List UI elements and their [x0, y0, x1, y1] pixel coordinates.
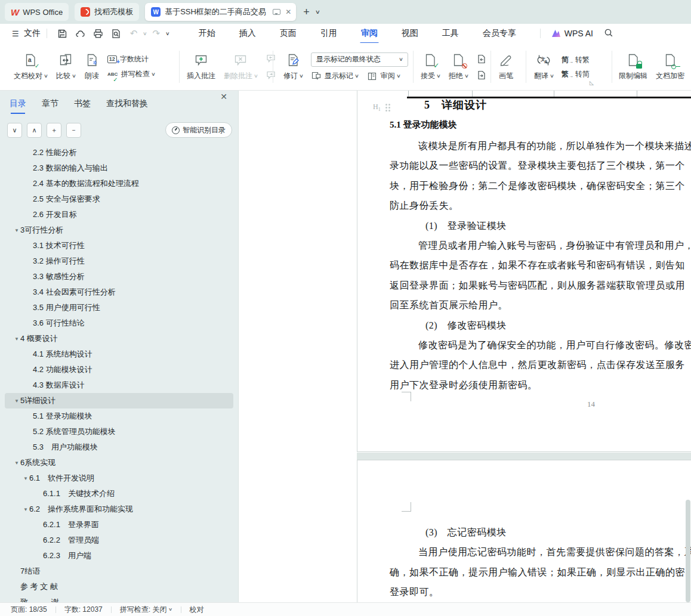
window-tab[interactable]: WWPS Office	[5, 3, 69, 21]
window-tab[interactable]: 找稻壳模板	[75, 3, 139, 21]
heading-level-badge[interactable]: H1	[373, 103, 390, 112]
collapse-triangle-icon[interactable]: ▼	[14, 398, 20, 404]
menu-tab-视图[interactable]: 视图	[400, 26, 419, 41]
document-page-15[interactable]: (3) 忘记密码模块当用户使用忘记密码功能时，首先需要提供密保问题的答案，系确，…	[357, 460, 691, 602]
toc-item[interactable]: 3.3 敏感性分析	[5, 269, 233, 284]
menu-tab-会员专享[interactable]: 会员专享	[482, 26, 517, 41]
drag-handle-icon[interactable]	[385, 104, 390, 112]
sidebar-tab-目录[interactable]: 目录	[10, 98, 26, 113]
sidebar-tab-查找和替换[interactable]: 查找和替换	[106, 98, 148, 113]
review-pane-button[interactable]: 审阅∨	[367, 71, 400, 82]
insert-comment-button[interactable]: 插入批注	[183, 52, 220, 82]
document-page-14[interactable]: H1 5 详细设计 5.1 登录功能模块 该模块是所有用户都具有的功能，所以单独…	[357, 91, 691, 452]
toc-item[interactable]: 2.3 数据的输入与输出	[5, 160, 233, 176]
toc-item[interactable]: 2.6 开发目标	[5, 207, 233, 222]
print-icon[interactable]	[90, 27, 106, 40]
translate-button[interactable]: 文A 翻译∨	[530, 52, 558, 82]
toc-expand-button[interactable]: ∨	[7, 123, 22, 138]
markup-state-select[interactable]: 显示标记的最终状态∨	[311, 52, 408, 67]
toc-zoom-in-button[interactable]: ＋	[47, 123, 61, 138]
show-markup-button[interactable]: 显示标记∨	[311, 71, 359, 82]
smart-toc-button[interactable]: 智能识别目录	[165, 122, 232, 138]
read-aloud-button[interactable]: 朗读	[80, 52, 104, 82]
reject-change-button[interactable]: 拒绝∨	[445, 52, 473, 82]
search-icon[interactable]	[604, 28, 613, 39]
print-preview-icon[interactable]	[108, 27, 124, 40]
menu-tab-页面[interactable]: 页面	[279, 26, 298, 41]
next-change-icon[interactable]	[476, 70, 487, 81]
toc-item[interactable]: ▼3可行性分析	[5, 222, 233, 238]
tab-close-icon[interactable]: ✕	[285, 8, 291, 16]
status-proofing[interactable]: 校对	[190, 605, 204, 615]
toc-item[interactable]: 4.2 功能模块设计	[5, 362, 233, 377]
toc-item[interactable]: ▼6.2 操作系统界面和功能实现	[5, 502, 233, 517]
toc-item[interactable]: 2.5 安全与保密要求	[5, 191, 233, 207]
toc-item[interactable]: 6.2.1 登录界面	[5, 517, 233, 533]
document-more-button[interactable]: 文档	[689, 52, 691, 82]
redo-dropdown-icon[interactable]: ∨	[165, 31, 170, 36]
undo-dropdown-icon[interactable]: ∨	[143, 31, 147, 36]
export-pdf-icon[interactable]	[72, 27, 88, 40]
sidebar-tab-书签[interactable]: 书签	[74, 98, 91, 113]
save-icon[interactable]	[54, 27, 70, 40]
toc-item[interactable]: 5.1 登录功能模块	[5, 408, 233, 424]
collapse-triangle-icon[interactable]: ▼	[14, 336, 20, 342]
toc-item[interactable]: 5.2 系统管理员功能模块	[5, 424, 233, 439]
collapse-triangle-icon[interactable]: ▼	[14, 460, 20, 466]
menu-tab-工具[interactable]: 工具	[441, 26, 460, 41]
group-expander-icon[interactable]: ◺	[590, 80, 594, 86]
toc-item[interactable]: 3.2 操作可行性	[5, 253, 233, 269]
compare-button[interactable]: 比较∨	[52, 52, 80, 82]
toc-item[interactable]: 3.4 社会因素可行性分析	[5, 284, 233, 300]
next-comment-icon[interactable]	[266, 70, 276, 81]
collapse-triangle-icon[interactable]: ▼	[23, 507, 29, 512]
toc-item[interactable]: ▼5详细设计	[5, 393, 233, 408]
tab-comment-icon[interactable]	[273, 9, 280, 15]
new-tab-button[interactable]: +	[303, 6, 310, 18]
toc-item[interactable]: 4.1 系统结构设计	[5, 346, 233, 362]
toc-item[interactable]: 6.2.2 管理员端	[5, 533, 233, 548]
accept-change-button[interactable]: ✓ 接受∨	[417, 52, 445, 82]
toc-item[interactable]: 2.2 性能分析	[5, 148, 233, 160]
previous-comment-icon[interactable]	[266, 53, 276, 64]
status-page-indicator[interactable]: 页面: 18/35	[11, 605, 47, 615]
toc-item[interactable]: 6.2.3 用户端	[5, 548, 233, 564]
toc-item[interactable]: 3.5 用户使用可行性	[5, 300, 233, 315]
doc-proof-button[interactable]: a ✓ 文档校对∨	[10, 52, 52, 82]
menu-tab-引用[interactable]: 引用	[319, 26, 338, 41]
toc-item[interactable]: ▼6系统实现	[5, 455, 233, 470]
toc-item[interactable]: 致 谢	[5, 595, 233, 602]
toc-item[interactable]: 7结语	[5, 564, 233, 579]
undo-icon[interactable]: ↶	[126, 27, 141, 40]
toc-item[interactable]: ▼4 概要设计	[5, 331, 233, 346]
pen-button[interactable]: 画笔	[494, 52, 518, 82]
collapse-triangle-icon[interactable]: ▼	[23, 476, 29, 481]
toc-item[interactable]: ▼6.1 软件开发说明	[5, 470, 233, 486]
window-tab[interactable]: W基于SSH框架的二手商品交易管✕	[145, 3, 296, 21]
toc-item[interactable]: 5.3 用户功能模块	[5, 439, 233, 455]
sidebar-tab-章节[interactable]: 章节	[42, 98, 58, 113]
toc-item[interactable]: 参 考 文 献	[5, 579, 233, 595]
to-simplified-button[interactable]: 繁→ 转简	[562, 69, 590, 79]
menu-tab-审阅[interactable]: 审阅	[360, 26, 379, 41]
toc-item[interactable]: 6.1.1 关键技术介绍	[5, 486, 233, 502]
wps-ai-button[interactable]: WPS AI	[551, 29, 593, 38]
encrypt-document-button[interactable]: 文档加密	[652, 52, 689, 82]
tab-list-dropdown-icon[interactable]: ∨	[314, 9, 320, 15]
collapse-triangle-icon[interactable]: ▼	[14, 228, 20, 233]
redo-icon[interactable]: ↷	[149, 27, 164, 40]
menu-tab-插入[interactable]: 插入	[238, 26, 257, 41]
file-menu-button[interactable]: ☰ 文件	[0, 28, 41, 39]
previous-change-icon[interactable]	[476, 54, 487, 64]
toc-item[interactable]: 2.4 基本的数据流程和处理流程	[5, 176, 233, 191]
track-changes-button[interactable]: 修订∨	[279, 52, 307, 82]
status-spellcheck-toggle[interactable]: 拼写检查: 关闭∨	[120, 605, 172, 615]
toc-collapse-button[interactable]: ∧	[27, 123, 42, 138]
spell-check-button[interactable]: ABC✓ 拼写检查∨	[107, 69, 155, 79]
word-count-button[interactable]: 12+ 字数统计	[107, 54, 155, 64]
delete-comment-button[interactable]: 删除批注∨	[220, 52, 262, 82]
to-traditional-button[interactable]: 简→ 转繁	[562, 55, 590, 65]
vertical-scrollbar-thumb[interactable]	[686, 500, 690, 602]
toc-item[interactable]: 3.6 可行性结论	[5, 315, 233, 331]
status-word-count[interactable]: 字数: 12037	[64, 605, 103, 615]
